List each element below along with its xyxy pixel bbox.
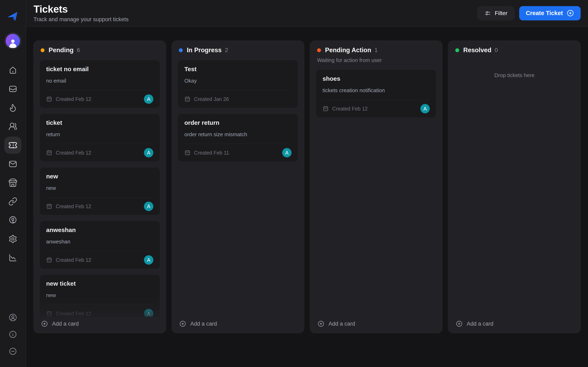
ticket-title: anweshan <box>46 226 153 234</box>
sidebar-item-store[interactable] <box>4 174 21 191</box>
card-footer: Created Feb 12 A <box>46 251 153 269</box>
ticket-title: new <box>46 173 153 180</box>
column-header: Pending Action 1 <box>316 47 437 54</box>
card-footer: Created Jan 26 <box>184 90 292 108</box>
column-header: Resolved 0 <box>454 47 575 54</box>
plus-circle-icon <box>567 9 574 17</box>
calendar-icon <box>46 257 52 263</box>
card-footer: Created Feb 12 A <box>46 90 153 108</box>
filter-button[interactable]: Filter <box>477 6 515 20</box>
add-card-button[interactable]: Add a card <box>178 317 298 328</box>
plus-circle-icon <box>41 320 48 327</box>
sidebar-item-home[interactable] <box>4 62 21 79</box>
board-column: Pending 6 ticket no email no email Creat… <box>33 40 166 333</box>
calendar-icon <box>46 96 52 102</box>
add-card-label: Add a card <box>329 321 355 327</box>
ticket-description: new <box>46 292 153 298</box>
sidebar-item-links[interactable] <box>4 193 21 210</box>
sidebar-item-analytics[interactable] <box>4 249 21 266</box>
ticket-created-date: Created Feb 12 <box>332 106 368 112</box>
gear-icon <box>8 234 17 243</box>
info-icon <box>9 330 17 338</box>
column-cards: Test Okay Created Jan 26 order return or… <box>178 60 298 317</box>
ticket-created-date: Created Feb 12 <box>56 96 91 102</box>
calendar-icon <box>46 203 52 209</box>
column-title: Pending <box>49 47 73 54</box>
sidebar-item-activity[interactable] <box>4 99 21 116</box>
ticket-description: new <box>46 185 153 191</box>
column-count: 0 <box>495 47 498 53</box>
ticket-card[interactable]: ticket no email no email Created Feb 12 … <box>39 60 160 108</box>
sidebar-item-integrations[interactable] <box>4 212 21 229</box>
card-footer: Created Feb 12 A <box>46 198 153 215</box>
create-ticket-button[interactable]: Create Ticket <box>519 6 581 20</box>
ticket-title: order return <box>184 119 292 126</box>
workspace-avatar[interactable] <box>6 34 20 48</box>
sidebar-item-collapse[interactable] <box>9 347 17 356</box>
ticket-card[interactable]: new ticket new Created Feb 12 A <box>39 275 160 317</box>
ticket-icon <box>8 141 17 150</box>
ticket-created-date: Created Feb 12 <box>56 203 91 209</box>
sidebar-item-tickets[interactable] <box>4 137 21 154</box>
calendar-icon <box>46 150 52 156</box>
ticket-card[interactable]: Test Okay Created Jan 26 <box>178 60 298 108</box>
ticket-description: order return size mismatch <box>184 131 292 137</box>
page-title: Tickets <box>34 4 129 15</box>
sidebar-item-inbox[interactable] <box>4 80 21 98</box>
column-cards: Drop tickets here <box>454 60 575 317</box>
ticket-created-date: Created Jan 26 <box>194 96 229 102</box>
assignee-avatar: A <box>144 94 153 104</box>
add-card-button[interactable]: Add a card <box>454 317 575 328</box>
ticket-card[interactable]: shoes tickets creation notification Crea… <box>316 69 437 118</box>
plus-circle-icon <box>456 320 463 327</box>
header-actions: Filter Create Ticket <box>477 6 581 20</box>
sidebar-item-account[interactable] <box>9 313 17 322</box>
add-card-button[interactable]: Add a card <box>39 317 160 328</box>
home-icon <box>8 66 17 75</box>
ticket-description: return <box>46 131 153 137</box>
link-icon <box>8 197 17 206</box>
status-dot <box>179 48 183 52</box>
column-cards: ticket no email no email Created Feb 12 … <box>39 60 160 317</box>
main-area: Tickets Track and manage your support ti… <box>26 0 588 367</box>
assignee-avatar: A <box>144 255 153 265</box>
add-card-button[interactable]: Add a card <box>316 317 437 328</box>
user-circle-icon <box>9 313 17 322</box>
sidebar-item-mail[interactable] <box>4 155 21 173</box>
column-count: 2 <box>225 47 228 53</box>
status-dot <box>317 48 321 52</box>
chart-icon <box>8 253 17 262</box>
card-footer: Created Feb 12 A <box>46 305 153 317</box>
assignee-avatar: A <box>144 309 153 317</box>
users-icon <box>8 122 17 131</box>
calendar-icon <box>46 310 52 317</box>
ticket-description: anweshan <box>46 239 153 245</box>
page-header: Tickets Track and manage your support ti… <box>26 0 588 27</box>
card-footer: Created Feb 11 A <box>184 144 292 161</box>
ticket-card[interactable]: order return order return size mismatch … <box>178 114 298 162</box>
column-count: 1 <box>374 47 378 53</box>
filter-label: Filter <box>495 10 507 17</box>
column-title: Pending Action <box>325 47 371 54</box>
ticket-title: Test <box>184 66 292 73</box>
column-subtitle: Waiting for action from user <box>316 57 437 63</box>
sidebar <box>0 0 26 367</box>
column-drop-zone[interactable]: Drop tickets here <box>454 60 575 91</box>
ticket-card[interactable]: new new Created Feb 12 A <box>39 167 160 215</box>
ticket-title: new ticket <box>46 280 153 287</box>
app-logo[interactable] <box>6 8 20 22</box>
ticket-card[interactable]: anweshan anweshan Created Feb 12 A <box>39 221 160 269</box>
card-footer: Created Feb 12 A <box>323 100 430 117</box>
ticket-created-date: Created Feb 11 <box>194 150 229 156</box>
sliders-icon <box>484 10 491 17</box>
board-column: In Progress 2 Test Okay Created Jan 26 o… <box>172 40 304 333</box>
create-ticket-label: Create Ticket <box>526 10 563 17</box>
page-subtitle: Track and manage your support tickets <box>34 16 129 23</box>
sidebar-item-settings[interactable] <box>4 230 21 248</box>
sidebar-item-info[interactable] <box>9 330 17 339</box>
status-dot <box>455 48 459 52</box>
sidebar-item-customers[interactable] <box>4 118 21 135</box>
flame-icon <box>8 103 17 112</box>
sidebar-bottom <box>9 313 17 356</box>
ticket-card[interactable]: ticket return Created Feb 12 A <box>39 114 160 162</box>
